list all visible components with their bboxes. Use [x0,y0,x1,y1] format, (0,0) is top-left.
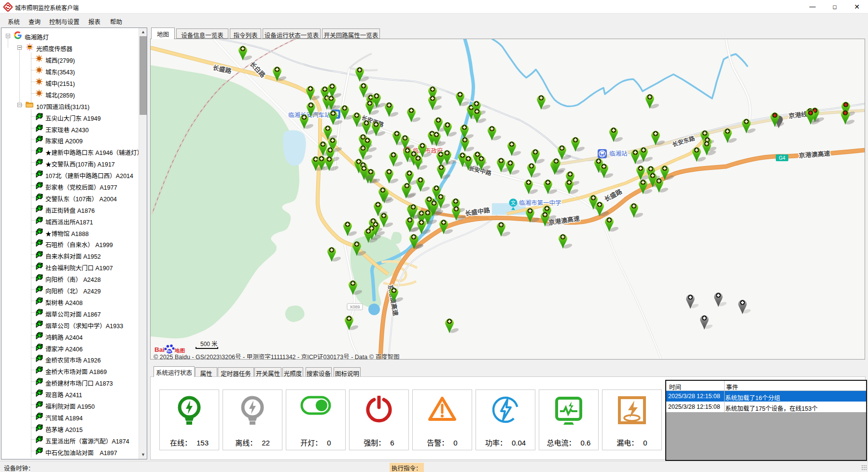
svg-text:临湘站: 临湘站 [609,150,628,157]
svg-text:G4: G4 [779,155,785,161]
svg-text:文: 文 [511,200,516,206]
svg-text:X089: X089 [350,305,360,309]
svg-text:临湘市第一中学: 临湘市第一中学 [519,199,561,207]
